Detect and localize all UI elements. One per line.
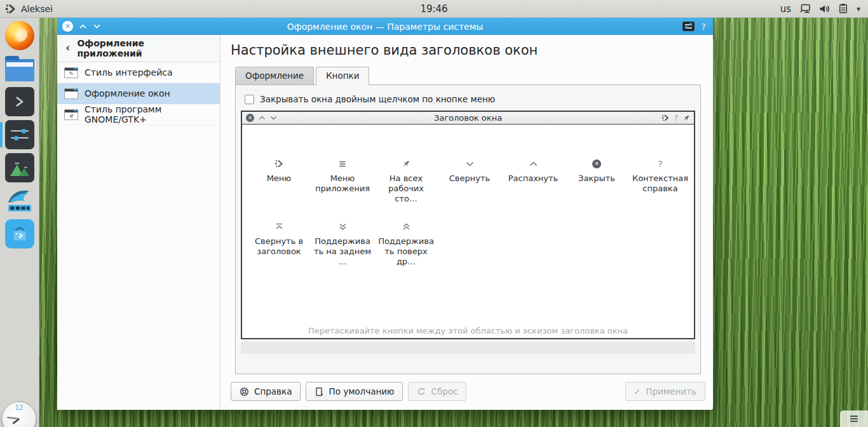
drag-button-menu[interactable]: Меню xyxy=(247,159,311,204)
kde-menu-icon xyxy=(275,159,284,168)
apply-button[interactable]: ✓ Применить xyxy=(625,382,705,401)
settings-sidebar: ‹ Оформление приложений ✎ Стиль интерфей… xyxy=(57,35,220,410)
window-title: Оформление окон — Параметры системы xyxy=(57,22,713,32)
help-button[interactable]: Справка xyxy=(231,382,301,401)
keep-above-button[interactable] xyxy=(79,24,87,29)
preview-titlebar: ✕ Заголовок окна xyxy=(242,112,694,125)
checkbox-unchecked[interactable] xyxy=(245,95,254,104)
dialog-button-box: Справка По умолчанию xyxy=(231,382,705,401)
drag-button-label: Контекстная справка xyxy=(630,173,690,194)
drag-button-label: Закрыть xyxy=(578,173,615,184)
decoration-buttons-row1: Меню Меню приложения xyxy=(242,125,694,204)
horizontal-scrollbar-track[interactable] xyxy=(241,341,695,354)
analog-clock-widget[interactable]: 12 xyxy=(2,402,36,427)
display-icon[interactable] xyxy=(799,3,811,14)
active-app-indicator xyxy=(0,122,3,147)
drag-button-label: Меню xyxy=(267,173,292,184)
system-settings-icon[interactable] xyxy=(5,120,34,149)
preview-window-title: Заголовок окна xyxy=(242,113,694,123)
settings-content: Настройка внешнего вида заголовков окон … xyxy=(220,35,713,410)
drag-button-label: Распахнуть xyxy=(508,173,559,184)
app-badge-icon xyxy=(682,22,695,31)
terminal-icon[interactable] xyxy=(5,87,34,116)
firefox-icon[interactable] xyxy=(5,21,34,50)
discover-icon[interactable] xyxy=(5,219,34,248)
volume-icon[interactable] xyxy=(819,4,830,14)
image-viewer-icon[interactable] xyxy=(5,153,34,182)
close-icon: ✕ xyxy=(592,159,601,168)
keyboard-layout-indicator[interactable]: us xyxy=(780,3,791,15)
system-settings-window: ✕ Оформление окон — Параметры системы ? xyxy=(57,18,713,410)
drag-button-label: Поддерживать поверх др… xyxy=(376,236,436,267)
window-titlebar[interactable]: ✕ Оформление окон — Параметры системы ? xyxy=(57,18,713,35)
caret-down-icon[interactable]: ▾ xyxy=(857,4,860,13)
shade-icon xyxy=(275,222,283,231)
preview-menu-icon[interactable] xyxy=(661,114,670,122)
drag-button-context-help[interactable]: ? Контекстная справка xyxy=(628,159,692,204)
drag-button-label: На всех рабочих сто… xyxy=(376,173,436,204)
sidebar-item-gnome-gtk-style[interactable]: e Стиль программ GNOME/GTK+ xyxy=(57,104,220,125)
help-icon[interactable]: ? xyxy=(702,22,706,32)
clock-minute-hand xyxy=(7,417,19,419)
hamburger-icon xyxy=(849,415,859,423)
top-panel: Aleksei 19:46 us xyxy=(0,0,868,18)
sidebar-item-label: Стиль программ GNOME/GTK+ xyxy=(85,104,213,125)
clock-12-label: 12 xyxy=(3,404,36,411)
drag-button-shade[interactable]: Свернуть в заголовок xyxy=(247,222,311,267)
question-icon: ? xyxy=(658,159,662,168)
drag-button-label: Меню приложения xyxy=(313,173,372,194)
chevron-up-icon xyxy=(529,159,538,168)
preview-pin-icon[interactable] xyxy=(682,114,690,122)
sidebar-item-label: Оформление окон xyxy=(85,88,170,98)
close-on-doubleclick-row[interactable]: Закрывать окна двойным щелчком по кнопке… xyxy=(245,92,695,107)
drag-button-keep-above[interactable]: Поддерживать поверх др… xyxy=(374,222,438,267)
preview-chevron-up-icon[interactable] xyxy=(259,116,266,120)
check-icon: ✓ xyxy=(634,387,641,396)
video-editor-icon[interactable] xyxy=(5,186,34,215)
close-window-button[interactable]: ✕ xyxy=(62,21,73,32)
back-chevron-icon[interactable]: ‹ xyxy=(65,42,70,53)
sidebar-item-interface-style[interactable]: ✎ Стиль интерфейса xyxy=(57,62,220,83)
file-manager-icon[interactable] xyxy=(5,54,34,83)
desktop: Aleksei 19:46 us xyxy=(0,0,868,427)
sidebar-item-window-decorations[interactable]: Оформление окон xyxy=(57,83,220,104)
window-icon xyxy=(64,88,78,99)
keep-below-button[interactable] xyxy=(93,24,101,29)
clipboard-icon[interactable] xyxy=(838,3,848,14)
preview-close-icon[interactable]: ✕ xyxy=(246,114,254,122)
decoration-buttons-row2: Свернуть в заголовок Поддерживать на зад… xyxy=(242,204,694,267)
help-button-label: Справка xyxy=(254,386,292,396)
titlebar-preview-area: ✕ Заголовок окна xyxy=(241,111,695,339)
tab-decoration[interactable]: Оформление xyxy=(235,67,314,85)
chevron-down-icon xyxy=(466,159,474,168)
defaults-button-label: По умолчанию xyxy=(329,386,394,396)
sidebar-header-label: Оформление приложений xyxy=(77,38,212,58)
drag-button-maximize[interactable]: Распахнуть xyxy=(501,159,565,204)
reset-button[interactable]: Сброс xyxy=(408,382,466,401)
drag-button-minimize[interactable]: Свернуть xyxy=(438,159,501,204)
window-pencil-icon: ✎ xyxy=(64,67,78,78)
reset-button-label: Сброс xyxy=(431,386,458,396)
drag-button-application-menu[interactable]: Меню приложения xyxy=(311,159,374,204)
keep-above-icon xyxy=(402,222,410,231)
sidebar-item-label: Стиль интерфейса xyxy=(85,67,173,78)
desktop-toolbox-button[interactable] xyxy=(840,410,868,427)
drag-button-close[interactable]: ✕ Закрыть xyxy=(565,159,628,204)
drag-button-label: Свернуть xyxy=(449,173,490,184)
drag-button-keep-below[interactable]: Поддерживать на заднем … xyxy=(311,222,374,267)
application-menu-icon xyxy=(339,159,346,168)
document-revert-icon xyxy=(315,387,323,396)
drag-button-label: Свернуть в заголовок xyxy=(249,236,309,257)
tab-buttons[interactable]: Кнопки xyxy=(316,67,369,85)
tab-pane: Закрывать окна двойным щелчком по кнопке… xyxy=(235,85,701,374)
defaults-button[interactable]: По умолчанию xyxy=(306,382,403,401)
drag-button-label: Поддерживать на заднем … xyxy=(313,236,372,267)
tab-bar: Оформление Кнопки xyxy=(235,67,705,85)
preview-chevron-down-icon[interactable] xyxy=(270,116,277,120)
keep-below-icon xyxy=(339,222,347,231)
window-gtk-icon: e xyxy=(64,109,78,120)
drag-button-all-desktops[interactable]: На всех рабочих сто… xyxy=(374,159,438,204)
panel-clock[interactable]: 19:46 xyxy=(0,3,868,15)
sidebar-header[interactable]: ‹ Оформление приложений xyxy=(57,35,220,62)
preview-question-icon[interactable]: ? xyxy=(674,114,678,123)
